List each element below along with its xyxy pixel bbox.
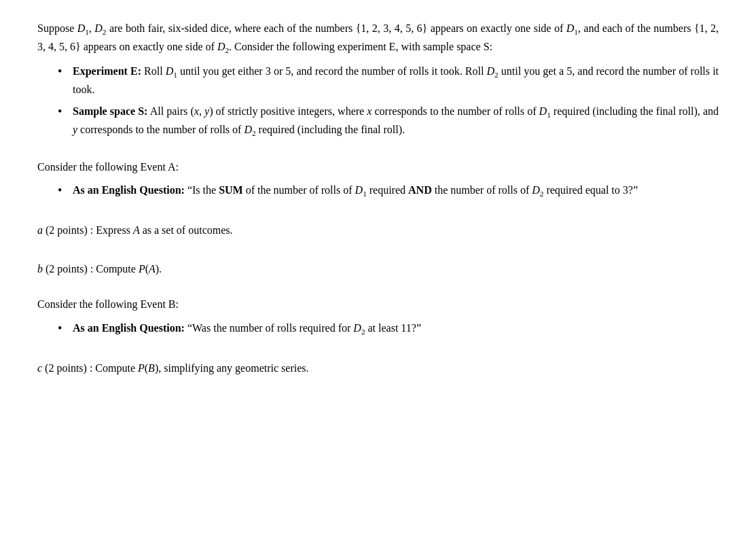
- part-b-text: b (2 points) : Compute P(A).: [37, 261, 719, 278]
- event-b-bullet: • As an English Question: “Was the numbe…: [58, 320, 719, 338]
- sample-space-text: Sample space S: All pairs (x, y) of stri…: [73, 103, 719, 139]
- event-b-bullet-list: • As an English Question: “Was the numbe…: [58, 320, 719, 338]
- part-a-text: a (2 points) : Express A as a set of out…: [37, 222, 719, 239]
- event-a-heading: Consider the following Event A:: [37, 159, 719, 176]
- event-b-heading: Consider the following Event B:: [37, 296, 719, 313]
- bullet-dot-4: •: [58, 320, 70, 337]
- intro-paragraph: Suppose D1, D2 are both fair, six-sided …: [37, 20, 719, 56]
- part-c: c (2 points) : Compute P(B), simplifying…: [37, 360, 719, 377]
- event-a-bullet: • As an English Question: “Is the SUM of…: [58, 182, 719, 200]
- bullet-sample-space: • Sample space S: All pairs (x, y) of st…: [58, 103, 719, 139]
- event-a-bullet-list: • As an English Question: “Is the SUM of…: [58, 182, 719, 200]
- part-c-text: c (2 points) : Compute P(B), simplifying…: [37, 360, 719, 377]
- setup-bullet-list: • Experiment E: Roll D1 until you get ei…: [58, 63, 719, 139]
- part-b: b (2 points) : Compute P(A).: [37, 261, 719, 278]
- main-content: Suppose D1, D2 are both fair, six-sided …: [37, 20, 719, 377]
- bullet-dot-1: •: [58, 63, 70, 80]
- experiment-text: Experiment E: Roll D1 until you get eith…: [73, 63, 719, 98]
- event-b-section: Consider the following Event B: • As an …: [37, 296, 719, 338]
- bullet-dot-3: •: [58, 182, 70, 199]
- event-a-text: As an English Question: “Is the SUM of t…: [73, 182, 719, 200]
- bullet-dot-2: •: [58, 103, 70, 120]
- event-a-section: Consider the following Event A: • As an …: [37, 159, 719, 200]
- part-a: a (2 points) : Express A as a set of out…: [37, 222, 719, 239]
- bullet-experiment: • Experiment E: Roll D1 until you get ei…: [58, 63, 719, 98]
- event-b-text: As an English Question: “Was the number …: [73, 320, 719, 338]
